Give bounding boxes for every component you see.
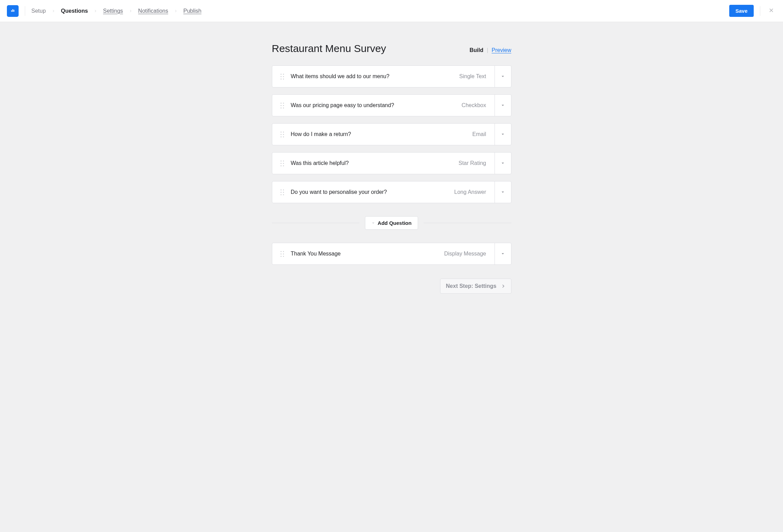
separator [760,6,760,16]
question-text: Do you want to personalise your order? [291,189,447,195]
caret-down-icon [372,221,375,225]
close-button[interactable] [766,6,776,16]
separator [25,6,25,16]
add-question-button[interactable]: Add Question [365,216,418,230]
build-tab[interactable]: Build [469,47,483,53]
content-header: Restaurant Menu Survey Build | Preview [272,43,511,54]
drag-handle-icon[interactable] [281,160,284,166]
expand-button[interactable] [495,153,511,174]
caret-down-icon [501,104,505,107]
chart-bubble-icon [10,8,16,14]
question-text: Was this article helpful? [291,160,452,166]
question-type: Email [472,131,486,137]
question-list: What items should we add to our menu? Si… [272,65,511,265]
chevron-right-icon [501,284,506,289]
question-text: Was our pricing page easy to understand? [291,102,455,108]
question-card[interactable]: What items should we add to our menu? Si… [272,65,511,87]
breadcrumb-settings[interactable]: Settings [103,8,123,14]
footer-nav: Next Step: Settings [272,279,511,294]
question-text: Thank You Message [291,251,437,257]
svg-rect-1 [12,9,13,12]
question-card[interactable]: Was this article helpful? Star Rating [272,152,511,174]
question-main: How do I make a return? Email [272,124,495,145]
drag-handle-icon[interactable] [281,251,284,257]
question-text: What items should we add to our menu? [291,73,452,80]
expand-button[interactable] [495,243,511,264]
caret-down-icon [501,161,505,165]
chevron-right-icon [51,9,55,13]
caret-down-icon [501,133,505,136]
drag-handle-icon[interactable] [281,74,284,80]
app-logo[interactable] [7,5,19,17]
chevron-right-icon [129,9,133,13]
next-step-label: Next Step: Settings [446,283,497,289]
question-type: Checkbox [461,102,486,108]
breadcrumb-setup[interactable]: Setup [31,8,46,14]
top-navigation: Setup Questions Settings Notifications P… [0,0,783,22]
breadcrumb-publish[interactable]: Publish [183,8,201,14]
save-button[interactable]: Save [729,5,754,17]
page-title: Restaurant Menu Survey [272,43,386,54]
drag-handle-icon[interactable] [281,189,284,195]
next-step-button[interactable]: Next Step: Settings [440,279,511,294]
question-main: Thank You Message Display Message [272,243,495,264]
question-type: Star Rating [458,160,486,166]
caret-down-icon [501,75,505,78]
question-card[interactable]: Was our pricing page easy to understand?… [272,94,511,116]
question-type: Single Text [459,73,486,80]
question-main: What items should we add to our menu? Si… [272,66,495,87]
divider [272,223,359,223]
question-main: Was our pricing page easy to understand?… [272,95,495,116]
close-icon [769,8,774,13]
topbar-left: Setup Questions Settings Notifications P… [3,5,202,17]
caret-down-icon [501,190,505,194]
breadcrumb-notifications[interactable]: Notifications [138,8,168,14]
question-card[interactable]: How do I make a return? Email [272,123,511,145]
expand-button[interactable] [495,95,511,116]
chevron-right-icon [174,9,178,13]
caret-down-icon [501,252,505,255]
question-type: Display Message [444,251,486,257]
question-main: Do you want to personalise your order? L… [272,181,495,203]
preview-tab[interactable]: Preview [492,47,511,53]
question-main: Was this article helpful? Star Rating [272,153,495,174]
breadcrumb: Setup Questions Settings Notifications P… [31,8,202,14]
question-text: How do I make a return? [291,131,466,137]
expand-button[interactable] [495,66,511,87]
expand-button[interactable] [495,181,511,203]
breadcrumb-questions[interactable]: Questions [61,8,88,14]
expand-button[interactable] [495,124,511,145]
add-question-row: Add Question [272,216,511,230]
topbar-right: Save [729,5,776,17]
svg-rect-2 [13,10,14,12]
question-card[interactable]: Do you want to personalise your order? L… [272,181,511,203]
divider [424,223,511,223]
drag-handle-icon[interactable] [281,103,284,108]
main-content: Restaurant Menu Survey Build | Preview W… [272,22,511,321]
question-type: Long Answer [454,189,486,195]
view-toggle: Build | Preview [469,47,511,53]
thank-you-card[interactable]: Thank You Message Display Message [272,243,511,265]
drag-handle-icon[interactable] [281,132,284,137]
separator: | [487,47,488,53]
chevron-right-icon [93,9,98,13]
svg-rect-0 [11,10,12,12]
add-question-label: Add Question [378,220,411,226]
